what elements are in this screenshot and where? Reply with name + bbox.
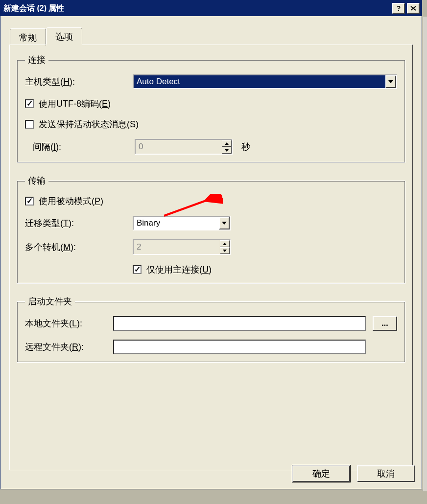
startup-folder-legend: 启动文件夹 [25, 296, 75, 307]
startup-folder-group: 启动文件夹 本地文件夹(L): ... 远程文件夹(R): [17, 296, 405, 363]
chevron-down-icon [219, 217, 230, 229]
checkbox-icon [133, 265, 142, 274]
spin-up-icon[interactable] [220, 240, 230, 247]
chevron-down-icon [385, 75, 396, 88]
seconds-label: 秒 [241, 141, 250, 153]
dialog-buttons: 确定 取消 [292, 465, 415, 482]
local-folder-input[interactable] [113, 316, 366, 331]
proxies-value: 2 [134, 240, 220, 254]
spin-down-icon[interactable] [222, 147, 232, 154]
utf8-checkbox[interactable]: 使用UTF-8编码(E) [25, 98, 111, 110]
connection-legend: 连接 [25, 54, 48, 66]
transfer-type-value: Binary [134, 217, 219, 229]
host-type-dropdown[interactable]: Auto Detect [133, 74, 397, 89]
interval-label: 间隔(I): [25, 141, 128, 153]
spin-up-icon[interactable] [222, 140, 232, 147]
browse-button[interactable]: ... [373, 316, 397, 331]
main-connection-label: 仅使用主连接(U) [146, 264, 212, 275]
close-button[interactable] [407, 3, 420, 14]
properties-dialog: 新建会话 (2) 属性 ? 常规 选项 连接 主机类型(H): Auto Det… [0, 0, 422, 489]
connection-group: 连接 主机类型(H): Auto Detect 使用UTF-8编码(E) [17, 54, 405, 163]
checkbox-icon [25, 99, 34, 108]
utf8-label: 使用UTF-8编码(E) [39, 98, 111, 110]
interval-spinner[interactable]: 0 [135, 139, 233, 155]
tab-panel-options: 连接 主机类型(H): Auto Detect 使用UTF-8编码(E) [9, 45, 413, 470]
remote-folder-label: 远程文件夹(R): [25, 341, 113, 353]
remote-folder-input[interactable] [113, 340, 366, 354]
transfer-group: 传输 使用被动模式(P) 迁移类型(T): [17, 175, 405, 284]
proxies-label: 多个转机(M): [25, 241, 133, 253]
passive-mode-checkbox[interactable]: 使用被动模式(P) [25, 195, 103, 207]
close-icon [410, 6, 416, 11]
cancel-button[interactable]: 取消 [357, 465, 415, 482]
checkbox-icon [25, 197, 34, 206]
keepalive-label: 发送保持活动状态消息(S) [39, 118, 139, 130]
ok-button[interactable]: 确定 [292, 465, 350, 482]
passive-mode-label: 使用被动模式(P) [39, 195, 103, 207]
titlebar: 新建会话 (2) 属性 ? [0, 0, 422, 16]
tab-strip: 常规 选项 [10, 27, 413, 45]
proxies-spinner[interactable]: 2 [133, 239, 231, 255]
main-connection-checkbox[interactable]: 仅使用主连接(U) [133, 264, 212, 275]
tab-general[interactable]: 常规 [10, 28, 46, 46]
tab-options[interactable]: 选项 [46, 27, 82, 45]
checkbox-icon [25, 120, 34, 129]
transfer-legend: 传输 [25, 175, 48, 186]
interval-value: 0 [136, 140, 222, 154]
spin-down-icon[interactable] [220, 247, 230, 254]
window-title: 新建会话 (2) 属性 [3, 3, 64, 14]
local-folder-label: 本地文件夹(L): [25, 318, 113, 329]
host-type-label: 主机类型(H): [25, 76, 133, 88]
host-type-value: Auto Detect [134, 75, 385, 88]
transfer-type-label: 迁移类型(T): [25, 217, 133, 229]
transfer-type-dropdown[interactable]: Binary [133, 216, 231, 230]
keepalive-checkbox[interactable]: 发送保持活动状态消息(S) [25, 118, 139, 130]
help-button[interactable]: ? [392, 3, 405, 14]
